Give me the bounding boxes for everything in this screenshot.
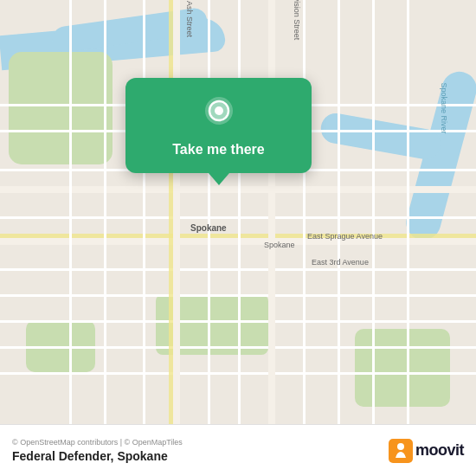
- north-ash-street-label: North Ash Street: [185, 0, 194, 37]
- street-v5: [268, 0, 275, 424]
- svg-point-5: [397, 443, 404, 450]
- street-v8: [372, 0, 375, 424]
- park-left: [9, 52, 113, 164]
- street-v10: [104, 0, 106, 424]
- map-popup[interactable]: Take me there: [125, 78, 312, 173]
- map-container: North Ash Street North Division Street S…: [0, 0, 476, 424]
- place-name: Federal Defender, Spokane: [12, 449, 183, 463]
- street-v1: [143, 0, 145, 424]
- popup-label: Take me there: [172, 142, 264, 158]
- spokane-city-label: Spokane: [190, 223, 227, 233]
- bottom-bar: © OpenStreetMap contributors | © OpenMap…: [0, 424, 476, 476]
- street-v2: [173, 0, 180, 424]
- north-division-street-label: North Division Street: [293, 0, 301, 40]
- moovit-text: moovit: [415, 441, 464, 460]
- park-bottom-right: [355, 329, 450, 407]
- moovit-logo[interactable]: moovit: [389, 439, 464, 463]
- street-v9: [407, 0, 409, 424]
- spokane-city2-label: Spokane: [264, 241, 295, 249]
- street-v6: [303, 0, 306, 424]
- location-pin-icon: [200, 95, 238, 133]
- map-attribution: © OpenStreetMap contributors | © OpenMap…: [12, 438, 183, 447]
- popup-pin: [200, 95, 238, 133]
- street-v11: [69, 0, 72, 424]
- svg-point-2: [215, 106, 223, 115]
- street-v7: [338, 0, 340, 424]
- street-v3: [208, 0, 210, 424]
- svg-rect-4: [389, 439, 413, 463]
- spokane-river-label: Spokane River: [439, 82, 447, 133]
- moovit-icon: [389, 439, 413, 463]
- street-v4: [238, 0, 241, 424]
- east-3rd-label: East 3rd Avenue: [312, 258, 369, 267]
- east-sprague-label: East Sprague Avenue: [307, 232, 383, 241]
- bottom-info: © OpenStreetMap contributors | © OpenMap…: [12, 438, 183, 463]
